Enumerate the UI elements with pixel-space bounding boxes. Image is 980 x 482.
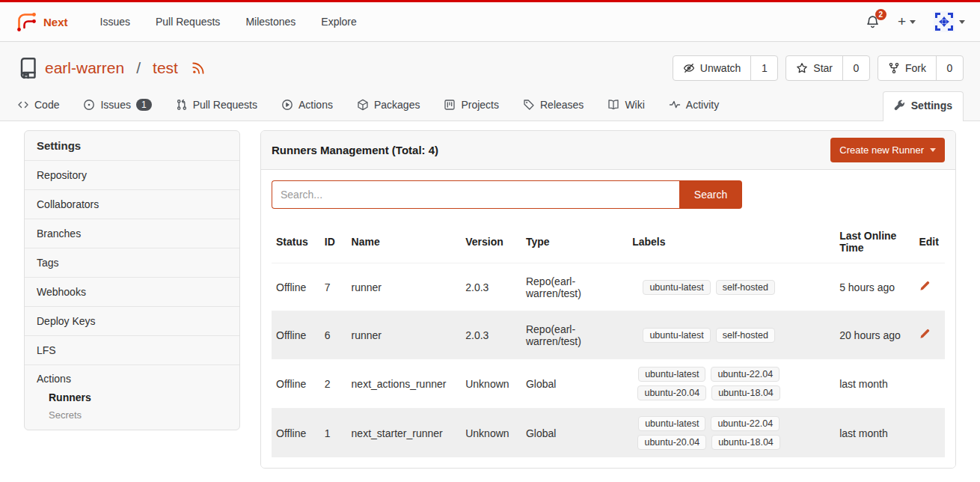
runners-table: Status ID Name Version Type Labels Last …: [272, 221, 945, 457]
edit-runner-button[interactable]: [919, 281, 930, 292]
label-chip: ubuntu-22.04: [711, 367, 780, 382]
tab-activity[interactable]: Activity: [668, 92, 720, 120]
code-icon: [17, 99, 29, 111]
forgejo-logo-link[interactable]: Next: [15, 10, 68, 33]
runner-last-online: last month: [833, 359, 913, 409]
label-chip: ubuntu-latest: [643, 280, 710, 295]
tab-wiki[interactable]: Wiki: [607, 92, 645, 120]
edit-runner-button[interactable]: [919, 329, 930, 340]
fork-button[interactable]: Fork 0: [878, 55, 964, 81]
sidebar-item-secrets[interactable]: Secrets: [49, 409, 227, 421]
repo-header: earl-warren / test: [0, 42, 980, 121]
sidebar-item-collaborators[interactable]: Collaborators: [25, 189, 239, 219]
star-button[interactable]: Star 0: [785, 55, 870, 81]
runner-name: runner: [346, 263, 460, 311]
table-row: Offline 7 runner 2.0.3 Repo(earl-warren/…: [272, 263, 945, 311]
runner-type: Global: [520, 409, 626, 458]
sidebar-item-repository[interactable]: Repository: [25, 160, 239, 189]
tab-pull-requests[interactable]: Pull Requests: [175, 92, 258, 120]
fork-count[interactable]: 0: [936, 56, 963, 80]
notification-count-badge: 2: [875, 9, 886, 20]
repo-owner-link[interactable]: earl-warren: [45, 59, 124, 77]
repo-tabs: Code Issues 1 Pull Requests Actions: [16, 91, 964, 120]
issues-count-badge: 1: [136, 99, 152, 111]
nav-milestones-link[interactable]: Milestones: [245, 16, 295, 28]
repo-name-link[interactable]: test: [153, 59, 178, 77]
sidebar-item-webhooks[interactable]: Webhooks: [25, 277, 239, 306]
label-chip: ubuntu-18.04: [711, 435, 780, 450]
repo-action-buttons: Unwatch 1 Star 0: [673, 55, 964, 81]
runner-name: next_actions_runner: [346, 359, 460, 409]
tab-settings[interactable]: Settings: [883, 91, 964, 121]
label-chip: ubuntu-22.04: [711, 416, 780, 431]
label-chip: ubuntu-18.04: [711, 385, 780, 400]
sidebar-item-branches[interactable]: Branches: [25, 219, 239, 248]
tab-issues[interactable]: Issues 1: [82, 92, 152, 120]
star-count[interactable]: 0: [842, 56, 869, 80]
repo-title: earl-warren / test: [16, 58, 205, 79]
runner-version: 2.0.3: [459, 311, 520, 359]
runner-labels: ubuntu-latest ubuntu-22.04 ubuntu-20.04 …: [632, 367, 785, 400]
eye-slash-icon: [683, 62, 695, 74]
runner-type: Repo(earl-warren/test): [520, 311, 626, 359]
unwatch-button[interactable]: Unwatch 1: [673, 55, 778, 81]
watch-count[interactable]: 1: [750, 56, 777, 80]
sidebar-item-tags[interactable]: Tags: [25, 248, 239, 277]
search-input[interactable]: [272, 180, 679, 209]
notifications-button[interactable]: 2: [866, 15, 880, 29]
fork-label: Fork: [905, 62, 926, 74]
col-edit: Edit: [913, 221, 945, 263]
tab-label: Settings: [911, 100, 952, 112]
runner-type: Global: [520, 359, 626, 409]
search-button[interactable]: Search: [679, 180, 742, 209]
tab-label: Wiki: [625, 99, 644, 111]
nav-explore-link[interactable]: Explore: [321, 16, 356, 28]
create-new-runner-label: Create new Runner: [839, 144, 924, 156]
fork-icon: [888, 62, 900, 74]
avatar: [934, 11, 955, 32]
runner-type: Repo(earl-warren/test): [520, 263, 626, 311]
tab-label: Projects: [461, 99, 499, 111]
navbar-right: 2 +: [866, 11, 965, 32]
rss-feed-icon[interactable]: [192, 61, 205, 75]
unwatch-label: Unwatch: [700, 62, 741, 74]
col-status: Status: [272, 221, 319, 263]
user-menu-dropdown[interactable]: [934, 11, 965, 32]
panel-title: Runners Management (Total: 4): [272, 144, 438, 156]
tab-label: Actions: [298, 99, 333, 111]
tab-packages[interactable]: Packages: [356, 92, 420, 120]
caret-down-icon: [910, 20, 916, 24]
label-chip: self-hosted: [716, 280, 775, 295]
create-new-dropdown[interactable]: +: [898, 13, 916, 30]
book-open-icon: [607, 99, 619, 111]
repo-book-icon: [16, 58, 37, 79]
star-icon: [796, 62, 808, 74]
sidebar-item-runners[interactable]: Runners: [49, 391, 227, 403]
runners-panel: Runners Management (Total: 4) Create new…: [260, 130, 956, 469]
tab-actions[interactable]: Actions: [281, 92, 334, 120]
sidebar-item-lfs[interactable]: LFS: [25, 335, 239, 364]
tab-releases[interactable]: Releases: [522, 92, 584, 120]
col-name: Name: [346, 221, 460, 263]
sidebar-item-deploy-keys[interactable]: Deploy Keys: [25, 306, 239, 335]
runner-last-online: last month: [833, 409, 913, 458]
nav-issues-link[interactable]: Issues: [100, 16, 130, 28]
table-row: Offline 2 next_actions_runner Unknown Gl…: [272, 359, 945, 409]
create-new-runner-button[interactable]: Create new Runner: [830, 138, 945, 162]
tab-label: Issues: [100, 99, 130, 111]
top-navbar: Next Issues Pull Requests Milestones Exp…: [0, 2, 980, 42]
tab-projects[interactable]: Projects: [443, 92, 500, 120]
runner-status: Offline: [272, 311, 319, 359]
runner-id: 2: [319, 359, 346, 409]
nav-pull-requests-link[interactable]: Pull Requests: [156, 16, 220, 28]
sidebar-item-actions[interactable]: Actions: [37, 373, 227, 385]
tab-code[interactable]: Code: [16, 92, 60, 120]
runner-status: Offline: [272, 409, 319, 458]
runner-labels: ubuntu-latest self-hosted: [632, 328, 785, 343]
caret-down-icon: [959, 20, 965, 24]
runner-last-online: 5 hours ago: [833, 263, 913, 311]
runner-search-form: Search: [272, 180, 945, 209]
runner-status: Offline: [272, 359, 319, 409]
label-chip: ubuntu-latest: [643, 328, 710, 343]
tab-label: Code: [34, 99, 59, 111]
